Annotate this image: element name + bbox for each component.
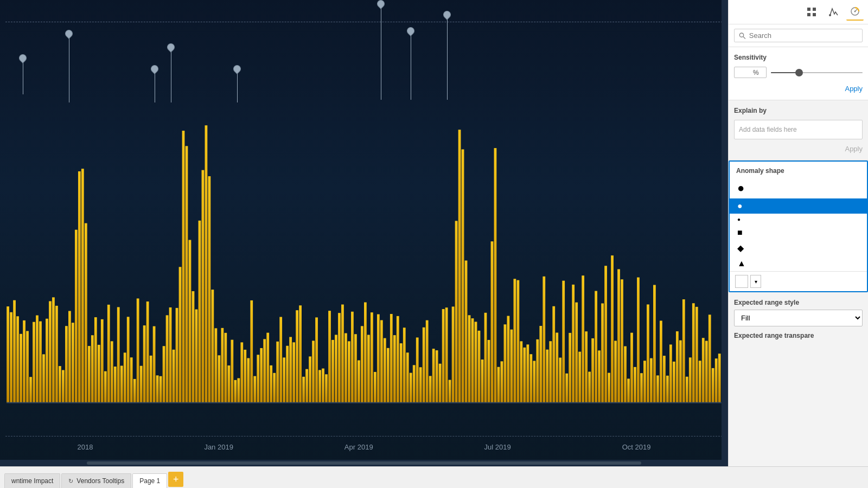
fields-icon[interactable] [803,3,820,21]
svg-rect-120 [397,316,399,403]
svg-rect-67 [224,333,227,403]
tab-downtime-impact[interactable]: wntime Impact [4,473,60,488]
svg-rect-59 [199,221,201,403]
format-icon[interactable] [825,3,842,21]
x-label-jul2019: Jul 2019 [484,443,511,451]
sensitivity-value-input[interactable]: 31 [738,68,753,76]
svg-rect-37 [127,317,130,402]
svg-rect-211 [692,303,695,402]
svg-rect-33 [114,367,117,403]
svg-rect-77 [257,355,259,402]
search-box[interactable] [734,29,863,42]
tab-vendors-tooltips[interactable]: ↻ Vendors Tooltips [61,473,131,488]
shape-option-diamond[interactable]: ◆ [730,240,867,256]
analytics-icon[interactable] [846,3,864,21]
color-swatch[interactable] [735,275,748,288]
shape-option-large-circle[interactable]: ● [730,178,867,198]
svg-rect-132 [436,350,438,403]
svg-rect-25 [88,346,91,403]
svg-rect-54 [182,131,185,403]
sensitivity-slider[interactable] [771,67,863,78]
svg-rect-47 [159,376,162,403]
vertical-scrollbar[interactable] [722,0,728,460]
svg-rect-21 [75,230,78,403]
search-input[interactable] [749,31,858,40]
tab-refresh-icon: ↻ [68,478,73,485]
svg-rect-124 [410,373,412,403]
shape-option-square[interactable]: ■ [730,225,867,240]
sensitivity-unit: % [753,69,759,76]
expected-range-style-select[interactable]: Fill Line [734,310,863,326]
svg-rect-223 [807,13,810,16]
shape-option-small-circle[interactable]: ● [730,214,867,225]
svg-rect-189 [621,279,623,402]
svg-rect-64 [215,328,218,402]
svg-rect-58 [195,310,198,403]
search-section [729,24,868,47]
svg-rect-174 [572,285,575,403]
scrollbar-thumb-horizontal[interactable] [87,461,641,465]
x-label-apr2019: Apr 2019 [344,443,373,451]
svg-rect-115 [380,320,383,402]
svg-rect-7 [29,377,32,403]
svg-rect-179 [588,372,591,403]
svg-rect-45 [153,326,156,403]
svg-rect-114 [377,314,380,403]
shape-option-medium-circle[interactable]: ● [730,198,867,214]
svg-rect-17 [62,370,65,403]
shape-option-triangle[interactable]: ▲ [730,256,867,271]
svg-rect-201 [660,320,662,402]
horizontal-scrollbar[interactable] [0,460,728,466]
svg-rect-149 [491,241,494,403]
sensitivity-apply-button[interactable]: Apply [845,85,863,93]
svg-rect-61 [205,125,208,403]
svg-rect-84 [279,317,282,403]
sensitivity-section: Sensitivity 31 % Apply [729,47,868,100]
svg-rect-190 [624,346,627,403]
svg-rect-222 [813,8,816,11]
svg-rect-71 [237,378,240,402]
svg-rect-51 [173,350,175,403]
color-dropdown-arrow[interactable]: ▾ [750,275,761,288]
svg-rect-9 [36,316,39,403]
svg-rect-162 [533,361,535,402]
svg-rect-78 [260,348,263,403]
expected-range-transparency-label: Expected range transpare [734,332,863,339]
svg-rect-82 [273,373,276,403]
svg-rect-62 [208,176,211,403]
svg-rect-31 [107,305,110,403]
sensitivity-input-box[interactable]: 31 % [734,67,767,78]
svg-rect-35 [120,365,123,402]
svg-rect-193 [634,367,636,403]
svg-rect-103 [341,305,344,403]
svg-rect-106 [351,312,354,403]
bottom-tabs-bar: wntime Impact ↻ Vendors Tooltips Page 1 … [0,466,868,488]
svg-rect-117 [387,348,390,403]
svg-rect-154 [507,316,510,403]
right-panel: Sensitivity 31 % Apply Explain by [728,0,868,466]
svg-rect-206 [676,331,679,403]
svg-rect-145 [478,331,481,403]
slider-thumb[interactable] [795,69,803,76]
svg-rect-55 [186,146,188,402]
svg-rect-164 [539,326,542,403]
svg-rect-107 [354,334,357,402]
svg-rect-94 [312,341,315,402]
svg-rect-176 [578,352,581,403]
svg-rect-69 [231,340,233,403]
svg-rect-175 [575,303,578,403]
svg-rect-6 [26,331,29,402]
svg-rect-209 [686,377,688,403]
svg-rect-109 [361,326,363,402]
svg-rect-130 [429,376,432,402]
svg-rect-5 [23,320,25,403]
add-tab-button[interactable]: + [168,472,183,487]
tab-page-1[interactable]: Page 1 [132,473,167,488]
svg-rect-181 [595,291,597,403]
svg-rect-129 [426,320,429,403]
svg-rect-173 [569,333,571,403]
explain-apply-container: Apply [734,144,863,153]
svg-rect-167 [549,341,552,403]
svg-rect-153 [504,324,507,402]
explain-by-dropzone[interactable]: Add data fields here [734,120,863,139]
